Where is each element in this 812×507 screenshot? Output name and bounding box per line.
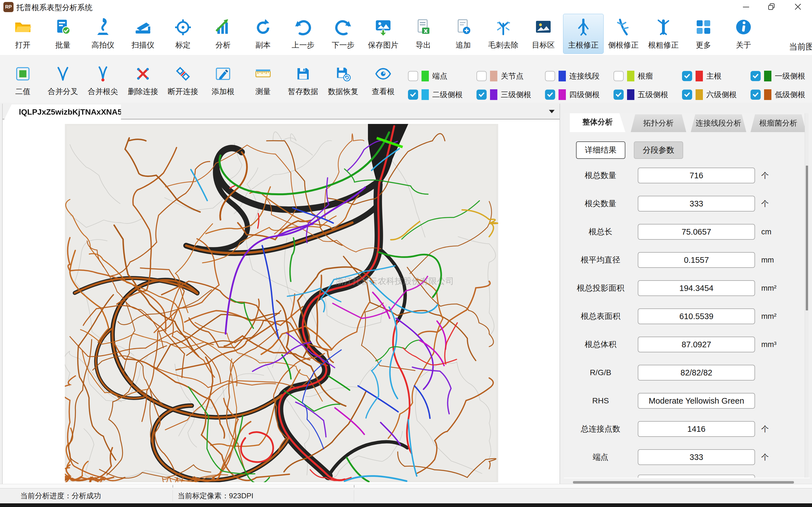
field-value-input[interactable] [638,196,755,212]
edit-button-add-root[interactable]: 添加根 [203,55,243,101]
toolbar-button-label: 分析 [215,40,231,50]
close-button[interactable] [789,0,807,13]
legend-label: 连接线段 [569,71,600,81]
about-icon [734,18,753,36]
toolbar-button-label: 毛刺去除 [488,40,518,50]
redo-icon [334,18,352,36]
toolbar-button-about[interactable]: 关于 [723,14,763,54]
panel-scrollbar[interactable] [805,113,809,478]
toolbar-button-label: 根粗修正 [648,40,679,50]
root-scan-image[interactable]: 浙江托普云农科技股份有限公司 [65,124,498,482]
checkbox[interactable] [476,71,487,81]
field-row-根总表面积: 根总表面积mm² [564,308,810,325]
field-value-input[interactable] [638,168,755,183]
field-label: 根平均直径 [569,252,631,268]
legend-label: 四级侧根 [569,90,600,100]
toolbar-button-doc-camera[interactable]: 高拍仪 [83,14,123,54]
tab-根瘤菌分析[interactable]: 根瘤菌分析 [751,114,806,132]
add-root-icon [215,66,231,82]
document-tab[interactable]: lQLPJxZ5wizbKjTNAxXNA5... [4,105,121,119]
export-icon [414,18,432,36]
toolbar-button-duplicate[interactable]: 副本 [243,14,283,54]
toolbar-button-label: 导出 [416,40,431,50]
tab-拓扑分析[interactable]: 拓扑分析 [631,114,686,132]
toolbar-button-label: 打开 [15,40,31,50]
checkbox[interactable] [682,90,692,100]
chevron-down-icon[interactable] [549,110,555,113]
toolbar-button-save-image[interactable]: 保存图片 [363,14,403,54]
edit-button-merge-fork[interactable]: 合并分叉 [43,55,83,101]
edit-button-merge-tip[interactable]: 合并根尖 [83,55,123,101]
edit-button-delete-link[interactable]: 删除连接 [123,55,163,101]
toolbar-button-analyze[interactable]: 分析 [203,14,243,54]
edit-button-stash-data[interactable]: 暂存数据 [283,55,323,101]
legend-label: 二级侧根 [432,90,463,100]
tab-连接线段分析[interactable]: 连接线段分析 [691,114,746,132]
edit-button-view-root[interactable]: 查看根 [363,55,403,101]
toolbar-button-main-root-fix[interactable]: 主根修正 [563,14,603,54]
panel-button-详细结果[interactable]: 详细结果 [576,142,625,159]
toolbar-button-deburr[interactable]: 毛刺去除 [483,14,523,54]
target-area-icon [534,18,552,36]
field-unit: 个 [761,449,798,465]
toolbar-button-label: 追加 [456,40,471,50]
minimize-button[interactable] [737,0,755,13]
checkbox[interactable] [545,90,555,100]
toolbar-button-batch[interactable]: 批量 [43,14,83,54]
field-row-R/G/B: R/G/B [564,364,810,381]
field-value-input[interactable] [638,393,755,409]
toolbar-button-root-width-fix[interactable]: 根粗修正 [644,14,683,54]
edit-button-break-link[interactable]: 断开连接 [163,55,203,101]
field-value-input[interactable] [638,308,755,324]
tab-整体分析[interactable]: 整体分析 [570,113,625,132]
legend-label: 五级侧根 [638,90,668,100]
checkbox[interactable] [682,71,692,81]
checkbox[interactable] [751,71,761,81]
maximize-button[interactable] [762,0,781,13]
field-value-input[interactable] [638,337,755,352]
checkbox[interactable] [408,71,418,81]
checkbox[interactable] [545,71,555,81]
field-value-input[interactable] [638,421,755,437]
field-value-input[interactable] [638,280,755,296]
legend-label: 低级侧根 [775,90,805,100]
field-value-input[interactable] [638,449,755,465]
merge-tip-icon [95,66,111,82]
titlebar: RP 托普根系表型分析系统 [0,0,812,14]
field-value-input[interactable] [638,224,755,240]
field-value-input[interactable] [638,365,755,381]
main-toolbar: 打开批量高拍仪扫描仪标定分析副本上一步下一步保存图片导出追加毛刺去除目标区主根修… [0,14,812,55]
toolbar-button-more[interactable]: 更多 [683,14,723,54]
legend-item-主根: 主根 [682,71,751,81]
toolbar-button-target-area[interactable]: 目标区 [523,14,563,54]
toolbar-button-scanner[interactable]: 扫描仪 [123,14,163,54]
lateral-root-fix-icon [614,18,632,36]
image-viewer[interactable]: 浙江托普云农科技股份有限公司 [3,119,560,487]
toolbar-button-open-folder[interactable]: 打开 [3,14,43,54]
toolbar-button-export[interactable]: 导出 [403,14,443,54]
checkbox[interactable] [751,90,761,100]
edit-button-label: 测量 [255,87,271,97]
checkbox[interactable] [613,71,624,81]
field-value-input[interactable] [638,252,755,268]
edit-button-measure[interactable]: 测量 [243,55,283,101]
toolbar-button-lateral-root-fix[interactable]: 侧根修正 [603,14,644,54]
checkbox[interactable] [476,90,487,100]
edit-button-label: 数据恢复 [328,87,358,97]
field-label: R/G/B [569,364,631,381]
panel-button-分段参数[interactable]: 分段参数 [634,142,683,159]
edit-button-binary[interactable]: 二值 [3,55,43,101]
toolbar-button-redo[interactable]: 下一步 [323,14,363,54]
field-row-总连接点数: 总连接点数个 [564,421,810,438]
checkbox[interactable] [408,90,418,100]
edit-button-restore-data[interactable]: 数据恢复 [323,55,363,101]
toolbar-button-append[interactable]: 追加 [443,14,483,54]
checkbox[interactable] [613,90,624,100]
panel-scrollbar-thumb[interactable] [806,166,808,311]
horizontal-scrollbar[interactable] [573,481,794,484]
toolbar-button-undo[interactable]: 上一步 [283,14,323,54]
toolbar-button-calibrate[interactable]: 标定 [163,14,203,54]
field-unit: mm² [761,308,798,325]
legend-item-二级侧根: 二级侧根 [408,89,476,100]
analysis-panel: 整体分析拓扑分析连接线段分析根瘤菌分析 详细结果分段参数 根总数量个根尖数量个根… [564,113,810,478]
